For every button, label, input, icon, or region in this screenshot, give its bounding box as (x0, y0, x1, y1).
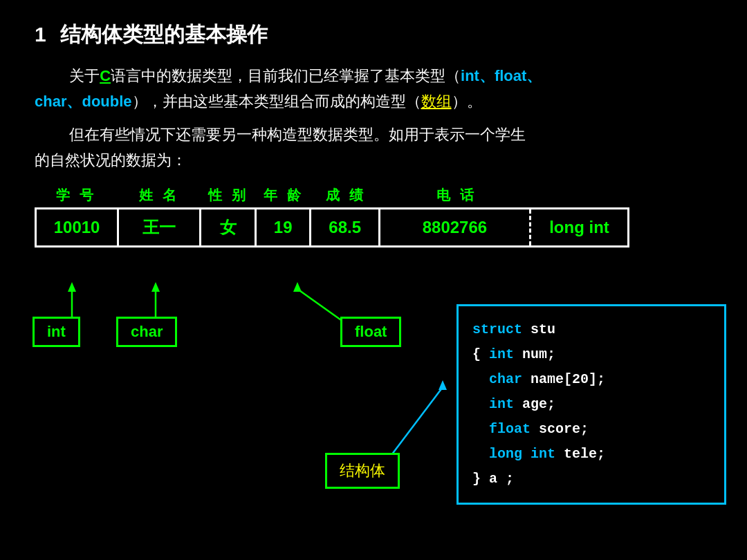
char-label: char (116, 317, 177, 347)
title-text: 结构体类型的基本操作 (60, 23, 268, 46)
float-label-box: float (340, 317, 401, 347)
th-score: 成 绩 (311, 186, 380, 205)
p1-array: 数组 (421, 93, 452, 110)
code-line-2: { int num; (472, 342, 710, 367)
code-line-7: } a ; (472, 467, 710, 492)
th-age: 年 龄 (256, 186, 311, 205)
th-name: 姓 名 (118, 186, 201, 205)
title-number: 1 (35, 23, 46, 46)
svg-marker-5 (293, 282, 302, 292)
int-label-box: int (33, 317, 80, 347)
code-box: struct stu { int num; char name[20]; int… (456, 304, 726, 505)
svg-marker-7 (439, 380, 447, 390)
cell-id: 10010 (37, 209, 119, 245)
slide: 1 结构体类型的基本操作 关于C语言中的数据类型，目前我们已经掌握了基本类型（i… (0, 0, 747, 560)
paragraph-1: 关于C语言中的数据类型，目前我们已经掌握了基本类型（int、float、 cha… (35, 63, 712, 115)
code-line-3: char name[20]; (472, 367, 710, 392)
p1-mid: 语言中的数据类型，目前我们已经掌握了基本类型（ (111, 67, 461, 84)
cell-phone: 8802766 (380, 209, 531, 245)
data-table: 10010 王一 女 19 68.5 8802766 long int (35, 207, 629, 248)
p1-end: ）。 (452, 93, 482, 110)
p1-types: int、float、 (461, 67, 542, 84)
svg-marker-1 (68, 282, 76, 292)
p1-c: C (100, 67, 111, 84)
struct-label: 结构体 (325, 453, 400, 489)
cell-name: 王一 (119, 209, 201, 245)
float-label: float (340, 317, 401, 347)
slide-title: 1 结构体类型的基本操作 (35, 21, 712, 49)
code-line-4: int age; (472, 392, 710, 417)
p1-prefix: 关于 (69, 67, 100, 84)
char-label-box: char (116, 317, 177, 347)
p2-text2: 的自然状况的数据为： (35, 151, 187, 169)
svg-marker-3 (151, 282, 160, 292)
cell-score: 68.5 (311, 209, 380, 245)
p1-suffix: ），并由这些基本类型组合而成的构造型（ (132, 93, 421, 110)
cell-age: 19 (257, 209, 312, 245)
p2-text: 但在有些情况下还需要另一种构造型数据类型。如用于表示一个学生 (69, 126, 526, 143)
svg-line-6 (387, 387, 443, 460)
cell-gender: 女 (201, 209, 257, 245)
cell-longint: long int (531, 209, 627, 245)
code-line-6: long int tele; (472, 442, 710, 467)
p1-next: char、double (35, 93, 132, 110)
th-gender: 性 别 (201, 186, 256, 205)
code-line-1: struct stu (472, 317, 710, 342)
th-id: 学 号 (35, 186, 118, 205)
th-phone: 电 话 (380, 186, 533, 205)
code-line-5: float score; (472, 417, 710, 442)
paragraph-2: 但在有些情况下还需要另一种构造型数据类型。如用于表示一个学生 的自然状况的数据为… (35, 122, 712, 174)
table-headers: 学 号 姓 名 性 别 年 龄 成 绩 电 话 (35, 186, 629, 205)
int-label: int (33, 317, 80, 347)
